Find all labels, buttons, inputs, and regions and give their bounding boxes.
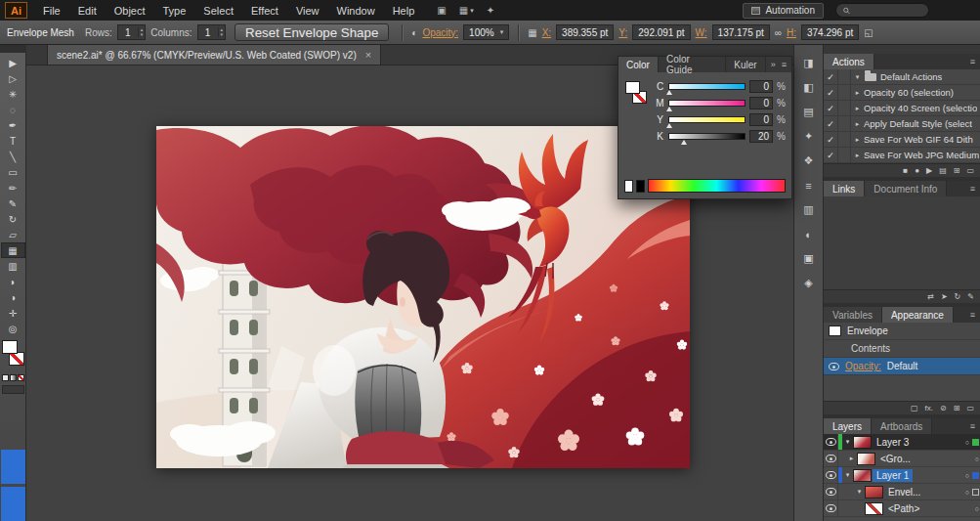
tab-links[interactable]: Links (824, 181, 865, 196)
w-label[interactable]: W: (696, 27, 707, 38)
drawing-mode-button[interactable] (2, 385, 24, 394)
pen-tool[interactable]: ✒ (1, 117, 25, 133)
menu-effect[interactable]: Effect (242, 0, 287, 21)
chevron-right-icon[interactable]: ▸ (851, 89, 864, 97)
gradient-panel-icon[interactable]: ▥ (798, 201, 820, 218)
opacity-link[interactable]: Opacity: (845, 361, 881, 371)
new-set-icon[interactable]: ▤ (939, 166, 947, 175)
check-icon[interactable]: ✓ (824, 116, 838, 131)
color-button[interactable] (2, 374, 9, 381)
symbols-panel-icon[interactable]: ❖ (798, 152, 820, 169)
clear-appearance-icon[interactable]: ⊘ (940, 404, 947, 412)
menu-edit[interactable]: Edit (69, 0, 106, 21)
target-icon[interactable]: ○ (965, 472, 969, 479)
chevron-right-icon[interactable]: ▸ (851, 120, 864, 128)
chevron-down-icon[interactable]: ▾ (851, 73, 864, 81)
menu-type[interactable]: Type (154, 0, 195, 21)
slider-thumb-icon[interactable] (681, 140, 687, 145)
menu-object[interactable]: Object (106, 0, 154, 21)
black-slider[interactable] (668, 133, 746, 140)
magenta-slider[interactable] (668, 100, 746, 107)
edit-original-icon[interactable]: ✎ (967, 292, 974, 301)
w-field[interactable]: 137.175 pt (712, 24, 770, 40)
brushes-panel-icon[interactable]: ✦ (798, 128, 820, 145)
slider-thumb-icon[interactable] (666, 123, 672, 128)
check-icon[interactable]: ✓ (824, 69, 838, 84)
chevron-right-icon[interactable]: ▸ (851, 136, 864, 144)
y-label[interactable]: Y: (618, 27, 627, 38)
action-row[interactable]: ✓ ▸ Apply Default Style (select (824, 116, 980, 132)
bridge-icon[interactable]: ▣ (437, 5, 446, 16)
color-guide-panel-icon[interactable]: ◧ (798, 79, 820, 96)
action-row[interactable]: ✓ ▸ Opacity 60 (selection) (824, 85, 980, 101)
layer-name[interactable]: <Path> (884, 502, 923, 515)
action-set-row[interactable]: ✓ ▾ Default Actions (824, 69, 980, 85)
visibility-toggle-icon[interactable] (826, 471, 836, 479)
menu-help[interactable]: Help (384, 0, 424, 21)
search-box[interactable] (835, 3, 929, 18)
check-icon[interactable]: ✓ (824, 132, 838, 147)
action-row[interactable]: ✓ ▸ Save For Web JPG Medium (824, 148, 980, 163)
workspace-switcher[interactable]: Automation (743, 3, 824, 19)
selection-tool[interactable]: ▶ (1, 55, 25, 70)
target-icon[interactable]: ○ (965, 489, 969, 496)
tab-appearance[interactable]: Appearance (882, 307, 954, 323)
rotate-tool[interactable]: ↻ (1, 211, 25, 227)
stroke-panel-icon[interactable]: ≡ (798, 177, 820, 194)
none-button[interactable] (18, 374, 24, 381)
rows-stepper[interactable]: 1 ▴▾ (117, 24, 147, 40)
layer-name[interactable]: <Gro... (876, 453, 915, 465)
line-segment-tool[interactable]: ╲ (1, 149, 25, 164)
target-icon[interactable]: ○ (965, 439, 969, 446)
add-effect-button[interactable]: fx. (925, 404, 933, 412)
visibility-toggle-icon[interactable] (826, 504, 836, 512)
layer-row[interactable]: ▸ <Gro... ○ (824, 451, 980, 467)
zoom-tool[interactable]: ◎ (1, 321, 25, 336)
paintbrush-tool[interactable]: ✏ (1, 180, 25, 195)
chevron-right-icon[interactable]: ▸ (846, 455, 857, 462)
transparency-panel-icon[interactable]: ◐ (798, 226, 820, 242)
stepper-arrows-icon[interactable]: ▴▾ (218, 27, 226, 37)
relink-icon[interactable]: ⇄ (927, 292, 934, 301)
layer-row[interactable]: <Path> ○ (824, 500, 980, 517)
artboard[interactable] (156, 126, 690, 468)
document-grid-icon[interactable]: ▦ (528, 27, 536, 38)
eye-icon[interactable] (829, 363, 839, 370)
layer-thumbnail[interactable] (865, 486, 883, 499)
gradient-tool[interactable]: ▥ (1, 258, 25, 274)
x-label[interactable]: X: (542, 27, 551, 38)
chevron-right-icon[interactable]: ▸ (851, 152, 864, 159)
toolbar-grip[interactable] (0, 45, 26, 53)
layer-name[interactable]: Layer 1 (873, 469, 913, 482)
layer-row[interactable]: ▾ Layer 3 ○ (824, 434, 980, 451)
tab-variables[interactable]: Variables (824, 307, 882, 323)
new-action-icon[interactable]: ⊞ (954, 166, 960, 175)
layer-name[interactable]: Layer 3 (873, 436, 913, 449)
fill-swatch[interactable] (625, 81, 640, 94)
check-icon[interactable]: ✓ (824, 148, 838, 162)
panel-menu-icon[interactable]: ≡ (965, 418, 980, 434)
magenta-value[interactable]: 0 (749, 97, 773, 109)
screen-mode-button[interactable] (1, 450, 25, 484)
duplicate-item-icon[interactable]: ⊞ (954, 404, 960, 412)
play-icon[interactable]: ▶ (926, 166, 932, 175)
menu-file[interactable]: File (34, 0, 69, 21)
scale-tool[interactable]: ▱ (1, 227, 25, 242)
h-field[interactable]: 374.296 pt (801, 24, 859, 40)
h-label[interactable]: H: (787, 27, 796, 38)
magic-wand-tool[interactable]: ✳ (1, 86, 25, 102)
stepper-arrows-icon[interactable]: ▴▾ (138, 27, 146, 37)
appearance-row-opacity[interactable]: Opacity: Default (824, 358, 980, 375)
black-value[interactable]: 20 (749, 130, 773, 143)
pencil-tool[interactable]: ✎ (1, 195, 25, 211)
hand-tool[interactable]: ✛ (1, 305, 25, 321)
visibility-toggle-icon[interactable] (826, 438, 836, 446)
action-row[interactable]: ✓ ▸ Opacity 40 Screen (selectio (824, 101, 980, 116)
go-to-link-icon[interactable]: ➤ (941, 292, 948, 301)
color-panel-icon[interactable]: ◨ (798, 55, 820, 71)
appearance-row-contents[interactable]: Contents (824, 340, 980, 358)
yellow-value[interactable]: 0 (749, 113, 773, 126)
white-swatch[interactable] (624, 180, 633, 193)
document-tab[interactable]: scene2.ai* @ 66.67% (CMYK/Preview/U.S. W… (47, 44, 381, 65)
new-art-icon[interactable]: ▢ (911, 404, 918, 412)
